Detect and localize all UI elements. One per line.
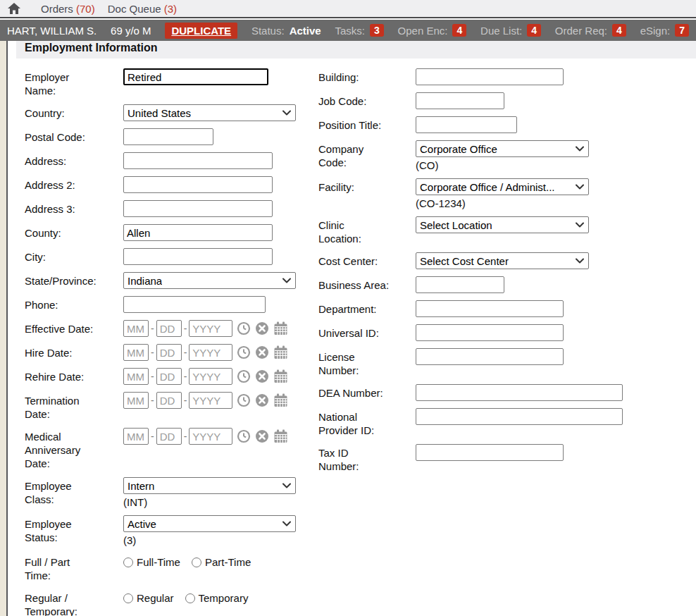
date-dd-input[interactable] [156,428,182,445]
county-label: County: [25,224,118,240]
clock-icon[interactable] [237,321,251,335]
clock-icon[interactable] [237,345,251,359]
universal-id-input[interactable] [416,324,564,341]
chevron-down-icon [576,222,584,228]
order-req-badge[interactable]: 4 [612,24,626,37]
medical-anniversary-date-label: Medical Anniversary Date: [25,428,118,470]
regular-radio[interactable]: Regular [123,592,174,604]
date-separator: - [151,347,154,358]
status-label: Status: [251,25,285,37]
cost-center-label: Cost Center: [318,252,410,268]
dea-number-input[interactable] [416,384,623,401]
position-title-row: Position Title: [318,116,685,133]
county-input[interactable] [123,224,273,241]
phone-row: Phone: [25,296,310,313]
tasks-badge[interactable]: 3 [370,24,384,37]
date-yyyy-input[interactable] [189,368,232,385]
address3-label: Address 3: [25,200,118,216]
home-icon[interactable] [7,2,21,15]
universal-id-row: Universal ID: [318,324,685,341]
clear-icon[interactable] [255,345,269,359]
phone-input[interactable] [123,296,266,313]
country-select[interactable]: United States [123,104,296,121]
postal-code-input[interactable] [123,128,213,145]
nav-doc-queue-link[interactable]: Doc Queue (3) [108,3,177,15]
calendar-icon[interactable] [273,429,288,443]
address3-row: Address 3: [25,200,310,217]
position-title-input[interactable] [416,116,517,133]
termination-date-label: Termination Date: [25,392,118,421]
duplicate-button[interactable]: DUPLICATE [165,23,237,39]
open-enc-badge[interactable]: 4 [452,24,466,37]
date-mm-input[interactable] [123,320,149,337]
clear-icon[interactable] [255,321,269,335]
date-dd-input[interactable] [156,368,182,385]
address-input[interactable] [123,152,273,169]
state-province-row: State/Province: Indiana [25,272,310,289]
country-row: Country: United States [25,104,310,121]
status-value: Active [290,25,321,37]
calendar-icon[interactable] [273,321,288,335]
license-number-input[interactable] [416,348,564,365]
cost-center-select[interactable]: Select Cost Center [416,252,589,269]
clock-icon[interactable] [237,393,251,407]
calendar-icon[interactable] [273,393,288,407]
clear-icon[interactable] [255,369,269,383]
nav-orders-link[interactable]: Orders (70) [41,3,95,15]
address2-input[interactable] [123,176,273,193]
employer-name-input[interactable] [123,68,268,85]
tax-id-number-input[interactable] [416,444,564,461]
company-code-select-value: Corporate Office [420,143,497,155]
employee-status-select[interactable]: Active [123,515,296,532]
date-separator: - [151,323,154,334]
date-mm-input[interactable] [123,344,149,361]
job-code-label: Job Code: [318,92,410,108]
city-input[interactable] [123,248,273,265]
job-code-input[interactable] [416,92,504,109]
license-number-label: License Number: [318,348,410,377]
date-separator: - [151,371,154,382]
date-mm-input[interactable] [123,392,149,409]
temporary-radio[interactable]: Temporary [185,592,249,604]
cost-center-select-value: Select Cost Center [420,255,509,267]
employee-status-select-value: Active [128,518,156,530]
department-input[interactable] [416,300,564,317]
date-mm-input[interactable] [123,428,149,445]
due-list-badge[interactable]: 4 [527,24,541,37]
date-mm-input[interactable] [123,368,149,385]
calendar-icon[interactable] [273,369,288,383]
full-time-radio-label: Full-Time [137,556,180,568]
date-dd-input[interactable] [156,392,182,409]
esign-badge[interactable]: 7 [675,24,689,37]
date-yyyy-input[interactable] [189,320,232,337]
employee-class-select[interactable]: Intern [123,477,296,494]
clinic-location-select[interactable]: Select Location [416,216,589,233]
date-dd-input[interactable] [156,344,182,361]
hire-date-label: Hire Date: [25,344,118,359]
clear-icon[interactable] [255,429,269,443]
tasks-label: Tasks: [335,25,365,37]
full-time-radio[interactable]: Full-Time [123,556,180,568]
building-label: Building: [318,68,410,84]
clock-icon[interactable] [237,429,251,443]
address3-input[interactable] [123,200,273,217]
company-code-select[interactable]: Corporate Office [416,140,589,157]
date-yyyy-input[interactable] [189,428,232,445]
business-area-input[interactable] [416,276,504,293]
part-time-radio[interactable]: Part-Time [192,556,251,568]
date-yyyy-input[interactable] [189,344,232,361]
facility-select[interactable]: Corporate Office / Administ... [416,178,589,195]
clear-icon[interactable] [255,393,269,407]
national-provider-id-input[interactable] [416,408,623,425]
clinic-location-select-value: Select Location [420,219,492,231]
employer-name-row: Employer Name: [25,68,310,97]
date-separator: - [184,323,187,334]
state-province-select[interactable]: Indiana [123,272,296,289]
calendar-icon[interactable] [273,345,288,359]
clock-icon[interactable] [237,369,251,383]
date-dd-input[interactable] [156,320,182,337]
nav-doc-queue-label: Doc Queue [108,3,161,15]
building-input[interactable] [416,68,564,85]
date-yyyy-input[interactable] [189,392,232,409]
address-label: Address: [25,152,118,168]
